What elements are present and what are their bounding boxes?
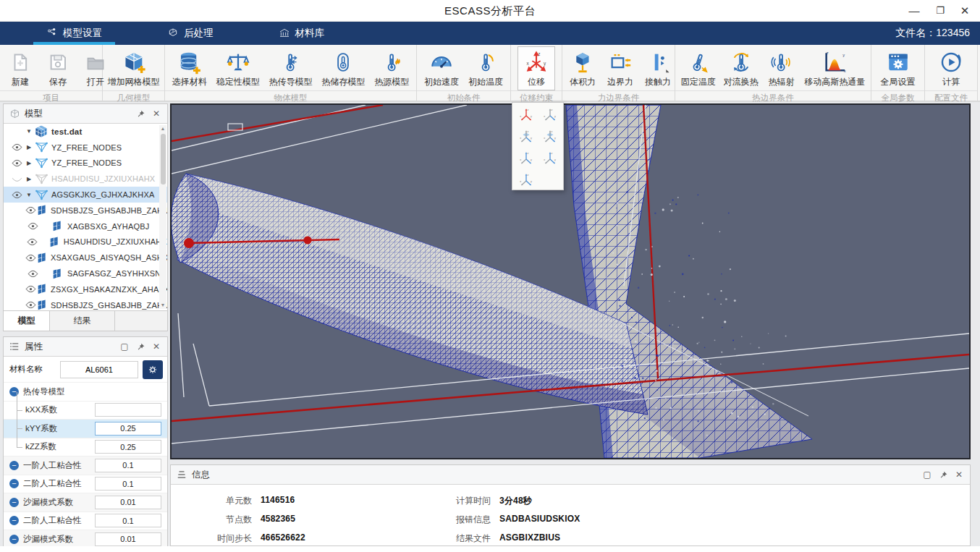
visibility-eye-icon[interactable]	[25, 252, 36, 263]
visibility-eye-icon[interactable]	[25, 237, 38, 247]
ribbon-button-thermo-cycle[interactable]: 对流换热	[720, 46, 762, 90]
caret-down-icon[interactable]: ▼	[24, 128, 34, 135]
viewport-canvas[interactable]	[172, 105, 969, 458]
ribbon-button-axes-red[interactable]: zxy位移	[518, 46, 555, 90]
ribbon-button-contact-force[interactable]: 接触力	[639, 46, 677, 90]
property-value-input[interactable]	[95, 403, 161, 417]
material-settings-button[interactable]	[143, 360, 163, 379]
tree-item[interactable]: SAGFASGZ_ASYHHXSN	[4, 266, 167, 281]
property-row[interactable]: kYY系数	[4, 420, 167, 438]
caret-down-icon[interactable]: ▼	[24, 192, 34, 198]
tree-scrollbar[interactable]: ▲▼	[159, 125, 166, 309]
displacement-option-plane-blue[interactable]: zxy	[514, 127, 538, 146]
ribbon-button-thermo-flame[interactable]: 热源模型	[371, 46, 413, 90]
cube-force-icon	[570, 50, 595, 75]
maximize-icon[interactable]: ▢	[119, 341, 130, 352]
collapse-icon[interactable]: −	[9, 498, 19, 507]
visibility-eye-icon[interactable]	[9, 190, 24, 200]
property-value-input[interactable]	[95, 459, 161, 472]
property-row[interactable]: kZZ系数	[4, 438, 167, 457]
property-row[interactable]: −二阶人工粘合性	[4, 512, 167, 531]
property-value-input[interactable]	[95, 532, 161, 546]
ribbon-button-thermo-capsule[interactable]: 热储存模型	[318, 46, 368, 90]
visibility-eye-icon[interactable]	[25, 268, 40, 279]
ribbon-button-save[interactable]: 保存	[39, 46, 77, 90]
collapse-icon[interactable]: −	[9, 535, 19, 544]
material-name-input[interactable]	[60, 361, 138, 378]
ribbon-button-new-doc[interactable]: 新建	[1, 46, 39, 90]
ribbon-button-cube-add[interactable]: 增加网格模型	[104, 46, 163, 90]
property-row[interactable]: −一阶人工粘合性	[4, 457, 167, 475]
collapse-icon[interactable]: −	[9, 516, 19, 525]
close-icon[interactable]: ✕	[953, 469, 965, 480]
ribbon-button-gauge[interactable]: 初始速度	[421, 46, 462, 90]
tab-postprocess[interactable]: 后处理	[148, 22, 232, 45]
visibility-eye-icon[interactable]	[9, 142, 24, 153]
panel-tab-result[interactable]: 结果	[50, 311, 115, 331]
tree-item[interactable]: XAGBSXG_AYHAQBJ	[4, 218, 167, 234]
save-icon	[47, 50, 69, 75]
visibility-hidden-icon[interactable]	[9, 174, 24, 184]
property-value-input[interactable]	[95, 514, 161, 527]
tree-item[interactable]: ▶HSAUHDISU_JZXIUXHAHX	[4, 171, 167, 187]
tree-item[interactable]: ▶YZ_FREE_NODES	[4, 156, 167, 171]
visibility-eye-icon[interactable]	[25, 205, 36, 216]
property-row[interactable]: −沙漏模式系数	[4, 493, 167, 512]
tree-root-item[interactable]: ▼test.dat	[4, 124, 167, 140]
collapse-icon[interactable]: −	[9, 479, 19, 488]
collapse-icon[interactable]: −	[9, 461, 19, 470]
displacement-option-red[interactable]: zxy	[514, 106, 538, 124]
tab-model-setup[interactable]: 模型设置	[28, 22, 121, 45]
visibility-eye-icon[interactable]	[25, 284, 36, 294]
visibility-eye-icon[interactable]	[25, 221, 40, 232]
ribbon-button-boundary-force[interactable]: 边界力	[601, 46, 639, 90]
visibility-eye-icon[interactable]	[25, 300, 36, 310]
ribbon-button-balance[interactable]: 稳定性模型	[213, 46, 263, 90]
tree-item[interactable]: HSAUHDISU_JZXIUXHAHX	[4, 234, 167, 250]
ribbon-button-settings-window[interactable]: 全局设置	[877, 46, 919, 90]
panel-tab-model[interactable]: 模型	[4, 311, 50, 331]
ribbon-button-compute[interactable]: 计算	[932, 46, 970, 90]
property-value-input[interactable]	[95, 477, 161, 491]
viewport-3d[interactable]	[170, 103, 971, 459]
property-row[interactable]: −二阶人工粘合性	[4, 475, 167, 494]
minimize-button[interactable]: —	[903, 3, 925, 19]
visibility-eye-icon[interactable]	[9, 158, 24, 169]
caret-right-icon[interactable]: ▶	[24, 160, 34, 166]
caret-right-icon[interactable]: ▶	[24, 176, 34, 182]
displacement-option-blue-center[interactable]: zxy	[514, 149, 538, 168]
ribbon-button-thermo-arc[interactable]: 初始温度	[465, 46, 507, 90]
tree-item[interactable]: ▶YZ_FREE_NODES	[4, 140, 167, 156]
tree-item[interactable]: SDHSBJZS_GHSABJHB_ZAHU	[4, 203, 167, 218]
ribbon-button-thermo-wave[interactable]: 热辐射	[762, 46, 800, 90]
ribbon-button-thermo-eq[interactable]: 热传导模型	[265, 46, 316, 90]
pin-icon[interactable]	[135, 108, 146, 119]
restore-button[interactable]: ❐	[929, 3, 951, 19]
displacement-option-blue-z[interactable]: zxy	[514, 171, 538, 190]
close-icon[interactable]: ✕	[151, 108, 162, 119]
maximize-icon[interactable]: ▢	[921, 469, 933, 480]
tab-material-library[interactable]: 材料库	[260, 22, 344, 45]
property-value-input[interactable]	[95, 440, 161, 454]
property-value-input[interactable]	[95, 496, 161, 509]
tree-item[interactable]: XSAXGAUS_AISYAQSH_ASHX	[4, 250, 167, 266]
tree-item[interactable]: SDHSBJZS_GHSABJHB_ZAHU	[4, 297, 167, 310]
pin-icon[interactable]	[937, 469, 949, 480]
collapse-icon[interactable]: −	[9, 387, 19, 396]
pin-icon[interactable]	[135, 341, 146, 352]
displacement-option-blue-center-2[interactable]: zxy	[538, 149, 562, 168]
caret-right-icon[interactable]: ▶	[24, 144, 34, 150]
tree-item[interactable]: ZSXGX_HSAKAZNZXK_AHASX	[4, 281, 167, 297]
section-row-heat-conduction[interactable]: − 热传导模型	[4, 383, 167, 402]
ribbon-button-gauss-chart[interactable]: zyx移动高斯热通量	[801, 46, 869, 90]
close-button[interactable]: ✕	[954, 3, 976, 19]
property-value-input[interactable]	[95, 422, 161, 436]
ribbon-button-cube-force[interactable]: 体积力	[564, 46, 601, 90]
close-icon[interactable]: ✕	[151, 341, 162, 352]
displacement-option-gray-y[interactable]: zxy	[538, 106, 562, 124]
ribbon-button-thermo-pin[interactable]: 固定温度	[677, 46, 719, 90]
ribbon-button-db-add[interactable]: 选择材料	[169, 46, 211, 90]
tree-item[interactable]: ▼AGSGKJKG_GJHXAJKHXA	[4, 187, 167, 203]
displacement-option-plane-blue-2[interactable]: zxy	[538, 127, 562, 146]
property-row[interactable]: kXX系数	[4, 402, 167, 420]
